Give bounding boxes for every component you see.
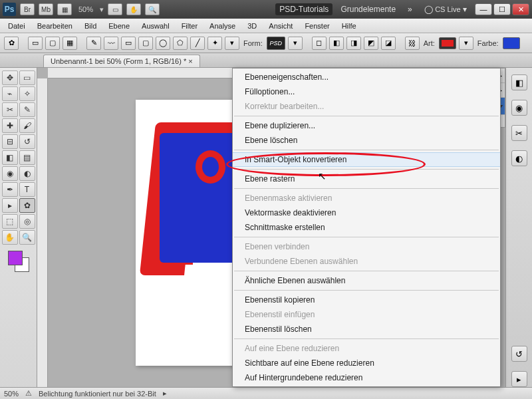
ctx-delete-layer[interactable]: Ebene löschen bbox=[233, 133, 500, 148]
history-brush-tool[interactable]: ↺ bbox=[19, 134, 35, 149]
stamp-tool[interactable]: ⊟ bbox=[2, 134, 18, 149]
ctx-blending-options[interactable]: Fülloptionen... bbox=[233, 84, 500, 99]
menu-hilfe[interactable]: Hilfe bbox=[336, 21, 362, 31]
status-zoom[interactable]: 50% bbox=[4, 390, 19, 398]
ctx-create-clipping-mask[interactable]: Schnittmaske erstellen bbox=[233, 220, 500, 235]
ctx-rasterize-layer[interactable]: Ebene rastern bbox=[233, 172, 500, 186]
lasso-tool[interactable]: ⌁ bbox=[2, 86, 18, 101]
menu-fenster[interactable]: Fenster bbox=[299, 21, 334, 31]
minibridge-button[interactable]: Mb bbox=[39, 3, 53, 15]
ctx-duplicate-layer[interactable]: Ebene duplizieren... bbox=[233, 118, 500, 133]
pen-tool[interactable]: ✒ bbox=[2, 182, 18, 197]
ctx-disable-vector-mask[interactable]: Vektormaske deaktivieren bbox=[233, 205, 500, 220]
3d-camera-tool[interactable]: ◎ bbox=[19, 214, 35, 229]
ctx-layer-properties[interactable]: Ebeneneigenschaften... bbox=[233, 70, 500, 84]
ctx-convert-smart-object[interactable]: In Smart-Objekt konvertieren bbox=[233, 152, 500, 167]
color-swatches[interactable] bbox=[8, 251, 29, 272]
line-shape-icon[interactable]: ╱ bbox=[190, 37, 205, 50]
eyedropper-tool[interactable]: ✎ bbox=[19, 102, 35, 117]
zoom-tool-button[interactable]: 🔍 bbox=[145, 3, 160, 15]
channels-panel-icon[interactable]: ◉ bbox=[511, 100, 527, 116]
hand-tool[interactable]: ✋ bbox=[2, 230, 18, 245]
menu-auswahl[interactable]: Auswahl bbox=[136, 21, 175, 31]
art-dropdown-icon[interactable]: ▾ bbox=[459, 37, 473, 50]
ctx-select-similar-layers[interactable]: Ähnliche Ebenen auswählen bbox=[233, 273, 500, 288]
menu-bild[interactable]: Bild bbox=[79, 21, 102, 31]
brush-tool[interactable]: 🖌 bbox=[19, 118, 35, 133]
cslive-button[interactable]: ◯ CS Live ▾ bbox=[420, 3, 471, 15]
rect-shape-icon[interactable]: ▭ bbox=[121, 37, 136, 50]
polygon-shape-icon[interactable]: ⬠ bbox=[173, 37, 188, 50]
ctx-flatten-image[interactable]: Auf Hintergrundebene reduzieren bbox=[233, 370, 500, 385]
toggle-panel-icon[interactable]: ▸ bbox=[511, 371, 527, 387]
maximize-button[interactable]: ☐ bbox=[493, 3, 511, 15]
ctx-copy-layer-style[interactable]: Ebenenstil kopieren bbox=[233, 293, 500, 307]
tab-close-icon[interactable]: × bbox=[188, 57, 192, 65]
freeform-pen-icon[interactable]: 〰 bbox=[104, 37, 118, 50]
pathmode-subtract-icon[interactable]: ◨ bbox=[346, 37, 361, 50]
fillpixels-button[interactable]: ▦ bbox=[63, 37, 77, 50]
breadcrumb-grundelemente[interactable]: Grundelemente bbox=[336, 3, 400, 15]
pathmode-add-icon[interactable]: ◧ bbox=[329, 37, 344, 50]
shapelayer-button[interactable]: ▭ bbox=[28, 37, 43, 50]
menu-analyse[interactable]: Analyse bbox=[204, 21, 241, 31]
ctx-merge-visible[interactable]: Sichtbare auf eine Ebene reduzieren bbox=[233, 356, 500, 370]
path-select-tool[interactable]: ▸ bbox=[2, 198, 18, 213]
layers-panel-icon[interactable]: ◧ bbox=[511, 74, 527, 90]
ctx-clear-layer-style[interactable]: Ebenenstil löschen bbox=[233, 322, 500, 336]
pathmode-intersect-icon[interactable]: ◩ bbox=[364, 37, 378, 50]
right-dock: ◧ ◉ ✂ ◐ ↺ ▸ bbox=[505, 68, 532, 387]
custom-shape-tool[interactable]: ✿ bbox=[19, 198, 35, 213]
close-button[interactable]: ✕ bbox=[512, 3, 529, 15]
screenmode-button[interactable]: ▦ bbox=[57, 3, 72, 15]
foreground-color-swatch[interactable] bbox=[8, 251, 23, 265]
heal-tool[interactable]: ✚ bbox=[2, 118, 18, 133]
arrange-button[interactable]: ▭ bbox=[108, 3, 122, 15]
history-panel-icon[interactable]: ↺ bbox=[511, 346, 527, 362]
hand-tool-button[interactable]: ✋ bbox=[126, 3, 141, 15]
adjustments-panel-icon[interactable]: ◐ bbox=[511, 150, 527, 166]
zoom-level[interactable]: 50% bbox=[78, 5, 93, 13]
crop-tool[interactable]: ✂ bbox=[2, 102, 18, 117]
link-icon[interactable]: ⛓ bbox=[405, 37, 420, 50]
blur-tool[interactable]: ◉ bbox=[2, 166, 18, 181]
paths-panel-icon[interactable]: ✂ bbox=[511, 125, 527, 141]
tool-preset-icon[interactable]: ✿ bbox=[4, 37, 19, 50]
eraser-tool[interactable]: ◧ bbox=[2, 150, 18, 165]
bridge-button[interactable]: Br bbox=[20, 3, 35, 15]
wand-tool[interactable]: ✧ bbox=[19, 86, 35, 101]
farbe-swatch[interactable] bbox=[503, 37, 520, 49]
pathmode-new-icon[interactable]: ◻ bbox=[312, 37, 327, 50]
art-swatch[interactable] bbox=[439, 37, 456, 49]
menu-ebene[interactable]: Ebene bbox=[103, 21, 135, 31]
dodge-tool[interactable]: ◐ bbox=[19, 166, 35, 181]
menu-filter[interactable]: Filter bbox=[176, 21, 203, 31]
farbe-label: Farbe: bbox=[477, 39, 499, 47]
zoom-tool[interactable]: 🔍 bbox=[19, 230, 35, 245]
gradient-tool[interactable]: ▤ bbox=[19, 150, 35, 165]
marquee-tool[interactable]: ▭ bbox=[19, 70, 35, 85]
menu-3d[interactable]: 3D bbox=[242, 21, 262, 31]
shape-preview[interactable]: PSD bbox=[267, 37, 285, 50]
menu-ansicht[interactable]: Ansicht bbox=[263, 21, 298, 31]
statusbar: 50% ⚠ Belichtung funktioniert nur bei 32… bbox=[0, 387, 532, 399]
minimize-button[interactable]: — bbox=[475, 3, 492, 15]
path-button[interactable]: ▢ bbox=[45, 37, 60, 50]
breadcrumb-more-icon[interactable]: » bbox=[404, 3, 416, 15]
document-tab[interactable]: Unbenannt-1 bei 50% (Form 1, RGB/16) * × bbox=[43, 55, 200, 67]
menu-datei[interactable]: Datei bbox=[3, 21, 31, 31]
type-tool[interactable]: T bbox=[19, 182, 35, 197]
breadcrumb-psd-tutorials[interactable]: PSD-Tutorials bbox=[275, 3, 332, 15]
menu-bearbeiten[interactable]: Bearbeiten bbox=[32, 21, 78, 31]
move-tool[interactable]: ✥ bbox=[2, 70, 18, 85]
pen-icon[interactable]: ✎ bbox=[86, 37, 101, 50]
ellipse-shape-icon[interactable]: ◯ bbox=[156, 37, 170, 50]
shape-dropdown-icon[interactable]: ▾ bbox=[288, 37, 303, 50]
3d-tool[interactable]: ⬚ bbox=[2, 214, 18, 229]
pathmode-exclude-icon[interactable]: ◪ bbox=[381, 37, 396, 50]
roundrect-shape-icon[interactable]: ▢ bbox=[138, 37, 153, 50]
zoom-dropdown-icon[interactable]: ▾ bbox=[100, 5, 104, 14]
status-warning-icon: ⚠ bbox=[25, 389, 32, 398]
geometry-dropdown-icon[interactable]: ▾ bbox=[225, 37, 239, 50]
custom-shape-icon[interactable]: ✦ bbox=[207, 37, 222, 50]
